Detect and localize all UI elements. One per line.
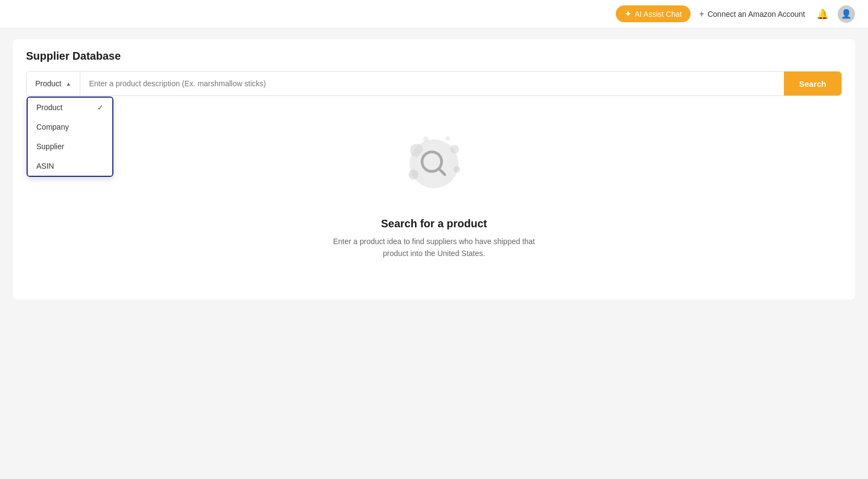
connect-account-label: Connect an Amazon Account [707,10,805,18]
search-type-dropdown-wrapper: Product ▲ Product ✓ Company Supplier [27,72,80,95]
svg-point-2 [450,145,459,154]
search-button-label: Search [799,79,826,88]
dropdown-selected-value: Product [35,79,61,88]
dropdown-item-label: Supplier [36,142,64,151]
svg-point-3 [454,166,460,173]
dropdown-item-product[interactable]: Product ✓ [28,98,112,117]
notification-icon: 🔔 [816,8,828,20]
user-avatar-button[interactable]: 👤 [838,5,855,23]
search-row: Product ▲ Product ✓ Company Supplier [26,71,842,96]
dropdown-item-label: Product [36,103,62,112]
main-content: Supplier Database Product ▲ Product ✓ Co… [0,28,868,310]
user-icon: 👤 [841,9,852,19]
ai-assist-label: AI Assist Chat [635,10,682,18]
app-header: ✦ AI Assist Chat + Connect an Amazon Acc… [0,0,868,28]
empty-state-title: Search for a product [381,218,487,230]
svg-point-4 [409,170,418,180]
search-button[interactable]: Search [784,72,841,95]
search-type-dropdown-menu: Product ✓ Company Supplier ASIN [27,97,113,177]
dropdown-item-supplier[interactable]: Supplier [28,137,112,156]
ai-assist-button[interactable]: ✦ AI Assist Chat [616,5,691,22]
dropdown-item-label: Company [36,123,69,131]
svg-point-6 [445,136,450,140]
header-icons: 🔔 👤 [814,5,855,23]
page-title: Supplier Database [26,50,842,62]
search-illustration [396,129,472,205]
notification-button[interactable]: 🔔 [814,5,831,23]
dropdown-item-label: ASIN [36,162,54,170]
supplier-database-card: Supplier Database Product ▲ Product ✓ Co… [13,39,855,299]
empty-state: Search for a product Enter a product ide… [26,96,842,282]
search-input[interactable] [80,72,784,95]
chevron-up-icon: ▲ [66,81,71,87]
dropdown-item-asin[interactable]: ASIN [28,156,112,176]
check-icon: ✓ [97,103,104,112]
svg-point-5 [423,137,429,142]
empty-state-description: Enter a product idea to find suppliers w… [320,235,548,260]
search-type-dropdown-trigger[interactable]: Product ▲ [27,72,80,95]
dropdown-item-company[interactable]: Company [28,117,112,137]
spark-icon: ✦ [624,9,631,19]
connect-amazon-account-link[interactable]: + Connect an Amazon Account [699,9,805,19]
plus-icon: + [699,9,704,19]
